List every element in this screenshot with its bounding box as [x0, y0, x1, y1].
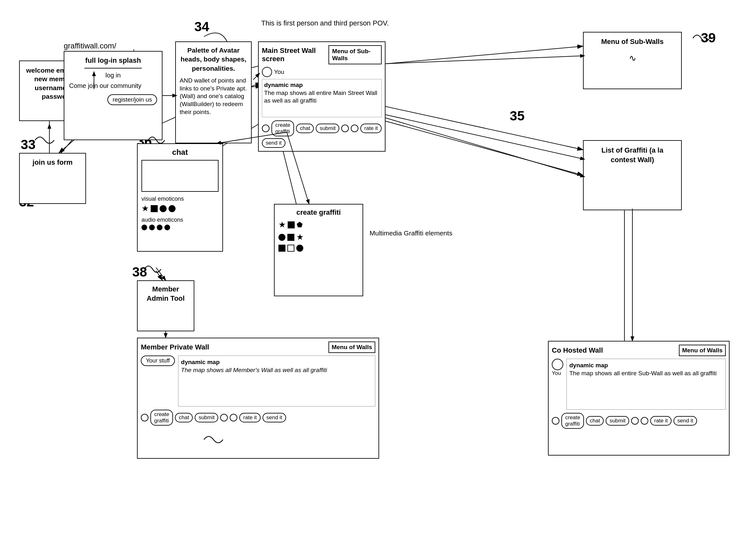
- full-login-box: full log-in splash log in Come join our …: [64, 51, 163, 140]
- cohosted-map-text: The map shows all entire Sub-Wall as wel…: [569, 369, 723, 377]
- diagram-container: This is first person and third person PO…: [0, 0, 756, 539]
- cg-star1: ★: [278, 220, 286, 230]
- rate-it-btn-main[interactable]: rate it: [360, 123, 382, 133]
- you-label-cohosted: You: [552, 370, 563, 376]
- create-graffiti-title: create graffiti: [278, 208, 359, 217]
- main-street-box: Main Street Wall screen Menu of Sub-Wall…: [258, 41, 386, 152]
- svg-line-25: [386, 115, 585, 159]
- chat-box: chat visual emoticons ★ audio emoticons: [137, 143, 223, 252]
- list-graffiti-box: List of Graffiti (a la contest Wall): [583, 140, 682, 210]
- create-graffiti-btn-member[interactable]: creategraffiti: [150, 410, 173, 425]
- cg-x: [287, 245, 294, 252]
- member-private-wall-title: Member Private Wall: [141, 343, 209, 351]
- svg-line-26: [386, 118, 585, 177]
- url-text: graffitiwall.com/: [64, 41, 116, 50]
- palette-subtitle: AND wallet of points and links to one's …: [180, 77, 247, 116]
- full-login-title: full log-in splash: [69, 56, 157, 65]
- send-it-btn-main[interactable]: send it: [262, 138, 285, 148]
- create-graffiti-btn-main[interactable]: creategraffiti: [271, 120, 294, 136]
- cohosted-map-area: dynamic map The map shows all entire Sub…: [567, 359, 726, 410]
- audio-emoticons-label: audio emoticons: [141, 217, 219, 223]
- register-join-btn[interactable]: register/join us: [108, 94, 157, 105]
- community-text: Come join our community: [69, 82, 157, 90]
- menu-sub-walls-title: Menu of Sub-Walls: [588, 37, 676, 46]
- btn-circle3-cohosted: [641, 417, 648, 424]
- member-admin-title: Member Admin Tool: [141, 285, 190, 303]
- join-us-form-box: join us form: [19, 153, 86, 204]
- co-hosted-wall-title: Co Hosted Wall: [552, 346, 603, 354]
- btn-circle3-main: [351, 124, 358, 132]
- star-emoticon: ★: [141, 203, 149, 213]
- btn-circle-main: [262, 124, 269, 132]
- label-39: 39: [701, 30, 716, 45]
- submit-btn-cohosted[interactable]: submit: [606, 416, 629, 425]
- main-street-map-area: dynamic map The map shows all entire Mai…: [262, 79, 382, 117]
- svg-line-20: [156, 271, 163, 280]
- cg-sq1: [288, 221, 295, 228]
- map-text-main: The map shows all entire Main Street Wal…: [264, 89, 379, 105]
- btn-circle3-member: [230, 414, 237, 422]
- member-map-text: The map shows all Member's Wall as well …: [181, 366, 372, 374]
- you-avatar-cohosted: [552, 359, 563, 370]
- create-graffiti-box: create graffiti ★ ⬟ ★: [274, 204, 363, 296]
- menu-walls-member[interactable]: Menu of Walls: [329, 342, 375, 353]
- cg-sq3: [278, 245, 285, 252]
- cg-circle2: [296, 245, 303, 252]
- send-it-btn-cohosted[interactable]: send it: [673, 416, 697, 425]
- btn-circle2-cohosted: [631, 417, 639, 424]
- cg-circle1: [278, 234, 285, 241]
- chat-btn-member[interactable]: chat: [175, 413, 193, 423]
- chat-btn-main[interactable]: chat: [296, 123, 314, 133]
- wavy-indicator: ∿: [588, 53, 676, 63]
- cg-sq2: [287, 234, 294, 241]
- cohosted-map-title: dynamic map: [569, 362, 608, 369]
- label-38: 38: [132, 265, 147, 280]
- dot4-emoticon: [164, 225, 170, 230]
- chat-area[interactable]: [141, 160, 219, 192]
- chat-btn-cohosted[interactable]: chat: [586, 416, 604, 425]
- submit-btn-member[interactable]: submit: [195, 413, 218, 423]
- cg-star2: ★: [296, 232, 304, 242]
- palette-title: Palette of Avatar heads, body shapes, pe…: [180, 46, 247, 73]
- your-stuff-btn[interactable]: Your stuff: [141, 355, 175, 366]
- sq-emoticon: [151, 205, 158, 212]
- create-graffiti-btn-cohosted[interactable]: creategraffiti: [561, 413, 584, 429]
- list-graffiti-title: List of Graffiti (a la contest Wall): [588, 146, 676, 164]
- submit-btn-main[interactable]: submit: [316, 123, 339, 133]
- menu-walls-cohosted[interactable]: Menu of Walls: [679, 345, 726, 356]
- pov-text: This is first person and third person PO…: [261, 19, 389, 28]
- svg-line-24: [386, 56, 585, 64]
- circle2-emoticon: [169, 205, 176, 212]
- btn-circle-member: [141, 414, 148, 422]
- co-hosted-wall-box: Co Hosted Wall Menu of Walls You dynamic…: [548, 341, 729, 456]
- you-label-main: You: [274, 68, 284, 75]
- label-33: 33: [21, 137, 36, 152]
- member-admin-box: Member Admin Tool: [137, 280, 194, 331]
- dot3-emoticon: [157, 225, 163, 230]
- member-map-title: dynamic map: [181, 359, 219, 365]
- dot1-emoticon: [141, 225, 147, 230]
- cg-penta1: ⬟: [297, 221, 303, 229]
- rate-it-btn-cohosted[interactable]: rate it: [650, 416, 672, 425]
- svg-line-32: [156, 268, 166, 280]
- btn-circle2-main: [341, 124, 349, 132]
- dot2-emoticon: [149, 225, 155, 230]
- multimedia-label: Multimedia Graffiti elements: [370, 229, 452, 237]
- rate-it-btn-member[interactable]: rate it: [239, 413, 261, 423]
- map-title-main: dynamic map: [264, 82, 303, 88]
- chat-title: chat: [141, 148, 219, 157]
- send-it-btn-member[interactable]: send it: [263, 413, 286, 423]
- palette-box: Palette of Avatar heads, body shapes, pe…: [175, 41, 252, 143]
- member-private-wall-box: Member Private Wall Menu of Walls Your s…: [137, 338, 379, 459]
- visual-emoticons-label: visual emoticons: [141, 195, 219, 202]
- btn-circle2-member: [220, 414, 228, 422]
- label-35: 35: [510, 108, 525, 123]
- btn-circle-cohosted: [552, 417, 560, 424]
- circle-emoticon: [160, 205, 167, 212]
- main-street-title: Main Street Wall screen: [262, 46, 329, 63]
- menu-sub-walls-box: Menu of Sub-Walls ∿: [583, 32, 682, 89]
- member-map-area: dynamic map The map shows all Member's W…: [178, 355, 375, 407]
- menu-sub-walls-inline[interactable]: Menu of Sub-Walls: [329, 45, 382, 64]
- login-label: log in: [69, 72, 157, 79]
- join-us-form-title: join us form: [25, 158, 81, 167]
